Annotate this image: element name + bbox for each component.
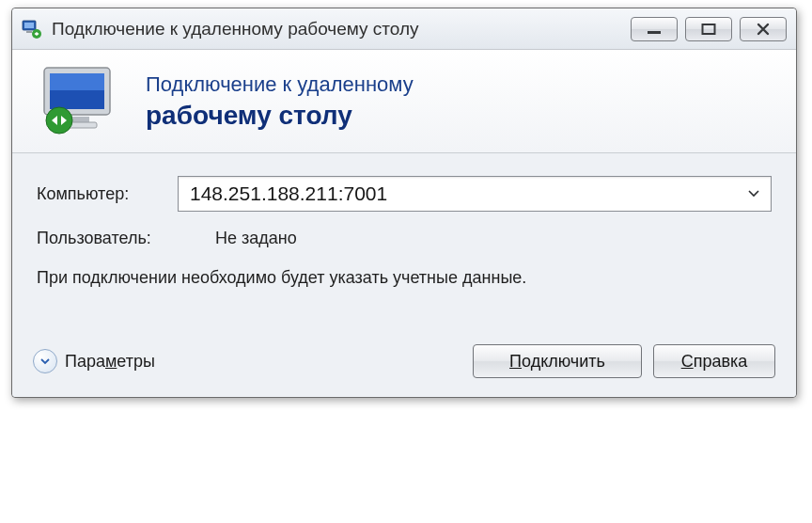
options-toggle[interactable]: Параметры bbox=[33, 349, 155, 373]
close-icon bbox=[755, 23, 772, 36]
computer-row: Компьютер: bbox=[37, 176, 772, 212]
header-banner: Подключение к удаленному рабочему столу bbox=[12, 50, 796, 153]
close-button[interactable] bbox=[740, 17, 787, 41]
svg-rect-5 bbox=[703, 24, 715, 34]
svg-rect-2 bbox=[26, 31, 32, 33]
computer-input[interactable] bbox=[188, 182, 746, 206]
form-body: Компьютер: Пользователь: Не задано При п… bbox=[12, 153, 796, 335]
rdp-window: Подключение к удаленному рабочему столу bbox=[11, 8, 797, 398]
user-row: Пользователь: Не задано bbox=[37, 229, 772, 248]
footer: Параметры Подключить Справка bbox=[12, 335, 796, 397]
user-value: Не задано bbox=[215, 229, 297, 248]
computer-label: Компьютер: bbox=[37, 184, 178, 204]
connect-button-label: Подключить bbox=[509, 352, 605, 372]
window-controls bbox=[631, 17, 787, 41]
dropdown-arrow-icon[interactable] bbox=[746, 190, 761, 198]
svg-rect-8 bbox=[50, 73, 104, 90]
help-button[interactable]: Справка bbox=[653, 344, 775, 378]
computer-combobox[interactable] bbox=[178, 176, 772, 212]
svg-point-11 bbox=[46, 107, 72, 134]
svg-rect-1 bbox=[24, 23, 34, 28]
credentials-note: При подключении необходимо будет указать… bbox=[37, 265, 772, 290]
chevron-down-icon bbox=[33, 349, 57, 373]
app-icon bbox=[22, 19, 42, 40]
header-title-line1: Подключение к удаленному bbox=[146, 72, 414, 97]
help-button-label: Справка bbox=[681, 352, 748, 372]
minimize-icon bbox=[646, 23, 663, 36]
header-title-line2: рабочему столу bbox=[146, 101, 414, 131]
maximize-button[interactable] bbox=[685, 17, 732, 41]
user-label: Пользователь: bbox=[37, 229, 215, 248]
options-label: Параметры bbox=[65, 352, 155, 372]
connect-button[interactable]: Подключить bbox=[473, 344, 642, 378]
window-title: Подключение к удаленному рабочему столу bbox=[52, 19, 631, 40]
svg-rect-4 bbox=[648, 31, 661, 34]
header-text: Подключение к удаленному рабочему столу bbox=[146, 72, 414, 131]
minimize-button[interactable] bbox=[631, 17, 678, 41]
titlebar: Подключение к удаленному рабочему столу bbox=[12, 8, 796, 50]
rdp-large-icon bbox=[39, 64, 125, 139]
maximize-icon bbox=[700, 23, 717, 36]
